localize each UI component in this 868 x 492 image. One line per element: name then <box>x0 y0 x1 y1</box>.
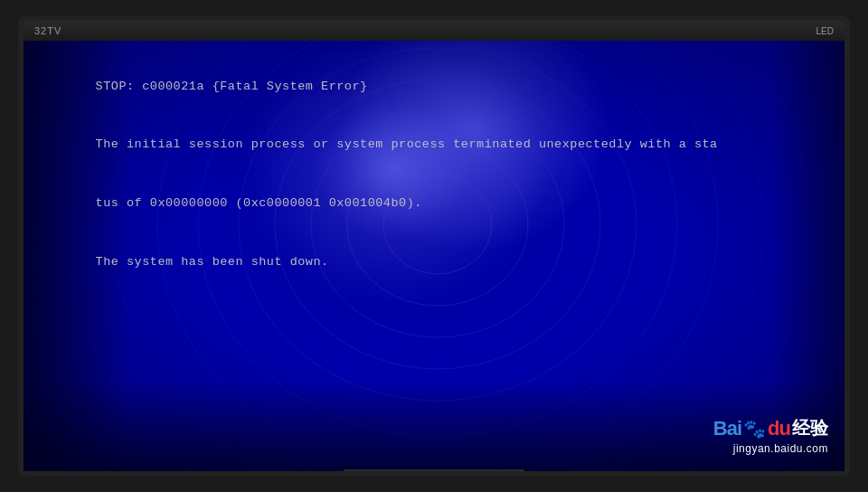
baidu-text-red: du <box>768 417 790 440</box>
monitor-top-bar: 32TV LED <box>24 21 844 41</box>
bsod-line1: STOP: c000021a {Fatal System Error} <box>96 80 368 93</box>
bsod-screen: STOP: c000021a {Fatal System Error} The … <box>24 41 844 471</box>
baidu-text-blue: Bai <box>713 417 741 440</box>
baidu-url: jingyan.baidu.com <box>733 442 828 455</box>
bsod-line2: The initial session process or system pr… <box>96 137 718 151</box>
photo-frame: 32TV LED <box>18 15 850 477</box>
baidu-logo: Bai 🐾 du 经验 <box>713 416 828 440</box>
monitor-led: LED <box>816 26 834 36</box>
bsod-text: STOP: c000021a {Fatal System Error} The … <box>49 57 718 291</box>
monitor-stand <box>344 469 524 477</box>
bsod-line4: The system has been shut down. <box>96 255 329 269</box>
monitor-brand: 32TV <box>34 25 61 36</box>
watermark: Bai 🐾 du 经验 jingyan.baidu.com <box>713 416 828 455</box>
baidu-chinese: 经验 <box>792 416 828 440</box>
baidu-paw-icon: 🐾 <box>743 418 766 440</box>
bsod-line3: tus of 0x00000000 (0xc0000001 0x001004b0… <box>96 196 422 210</box>
